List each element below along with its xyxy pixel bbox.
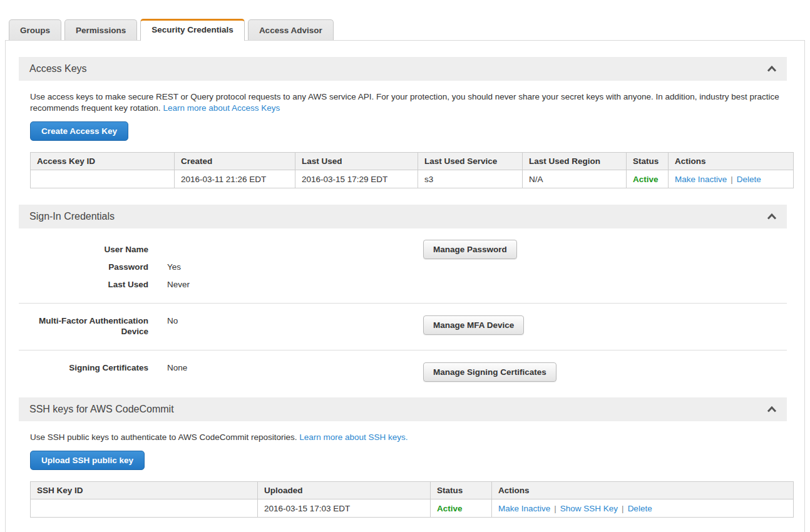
manage-password-button[interactable]: Manage Password (423, 240, 517, 259)
ssh-keys-table: SSH Key ID Uploaded Status Actions 2016-… (30, 481, 794, 518)
status-badge: Active (431, 499, 492, 518)
access-key-row: 2016-03-11 21:26 EDT 2016-03-15 17:29 ED… (31, 170, 794, 188)
divider (19, 350, 787, 350)
divider (19, 303, 787, 304)
make-inactive-link[interactable]: Make Inactive (675, 175, 727, 184)
learn-more-access-keys-link[interactable]: Learn more about Access Keys (163, 103, 280, 113)
make-inactive-link[interactable]: Make Inactive (498, 504, 550, 513)
signing-certificates-group: Signing Certificates None Manage Signing… (30, 362, 794, 385)
col-last-used-region: Last Used Region (523, 153, 627, 170)
collapse-ssh-keys-button[interactable] (766, 405, 778, 414)
col-created: Created (175, 153, 295, 170)
sign-in-credentials-section-header: Sign-In Credentials (19, 205, 787, 228)
sign-in-credentials-section: User Name Password Yes Last Used Never M… (30, 244, 794, 385)
collapse-sign-in-credentials-button[interactable] (766, 212, 778, 221)
create-access-key-button[interactable]: Create Access Key (30, 121, 128, 141)
access-keys-description-text: Use access keys to make secure REST or Q… (30, 92, 779, 113)
upload-ssh-public-key-button[interactable]: Upload SSH public key (30, 451, 145, 470)
actions-cell: Make Inactive|Delete (669, 170, 794, 188)
password-group: User Name Password Yes Last Used Never M… (30, 244, 794, 290)
access-keys-table: Access Key ID Created Last Used Last Use… (30, 152, 794, 188)
access-keys-section-header: Access Keys (19, 57, 787, 81)
chevron-up-icon (767, 212, 777, 222)
tab-permissions[interactable]: Permissions (64, 19, 137, 40)
tab-access-advisor[interactable]: Access Advisor (248, 19, 334, 40)
mfa-row: Multi-Factor Authentication Device No (30, 315, 794, 337)
access-keys-table-header-row: Access Key ID Created Last Used Last Use… (31, 153, 794, 170)
col-status: Status (627, 153, 669, 170)
ssh-key-id-cell (31, 499, 258, 518)
tab-bar: Groups Permissions Security Credentials … (0, 19, 810, 40)
ssh-keys-description: Use SSH public keys to authenticate to A… (30, 432, 794, 443)
last-used-service-cell: s3 (418, 170, 523, 188)
col-ssh-key-id: SSH Key ID (31, 482, 258, 499)
col-actions: Actions (492, 482, 794, 499)
user-name-row: User Name (30, 244, 794, 255)
manage-mfa-device-button[interactable]: Manage MFA Device (423, 315, 524, 335)
uploaded-cell: 2016-03-15 17:03 EDT (258, 499, 431, 518)
iam-user-security-credentials-page: Groups Permissions Security Credentials … (0, 0, 810, 532)
delete-ssh-key-link[interactable]: Delete (628, 504, 652, 513)
learn-more-ssh-keys-link[interactable]: Learn more about SSH keys. (299, 432, 408, 442)
last-used-label: Last Used (30, 279, 148, 290)
ssh-keys-description-text: Use SSH public keys to authenticate to A… (30, 432, 297, 442)
access-keys-title: Access Keys (29, 63, 87, 74)
signing-certificates-value: None (167, 362, 187, 373)
mfa-value: No (167, 315, 178, 337)
ssh-keys-section: Use SSH public keys to authenticate to A… (30, 432, 794, 518)
ssh-key-row: 2016-03-15 17:03 EDT Active Make Inactiv… (31, 499, 794, 518)
ssh-keys-section-header: SSH keys for AWS CodeCommit (19, 397, 787, 421)
show-ssh-key-link[interactable]: Show SSH Key (560, 504, 618, 513)
manage-signing-certificates-button[interactable]: Manage Signing Certificates (423, 362, 556, 382)
col-last-used: Last Used (295, 153, 418, 170)
col-uploaded: Uploaded (258, 482, 431, 499)
chevron-up-icon (767, 405, 777, 414)
security-credentials-panel: Access Keys Use access keys to make secu… (5, 40, 805, 532)
password-value: Yes (167, 262, 181, 272)
mfa-label: Multi-Factor Authentication Device (30, 315, 148, 337)
col-last-used-service: Last Used Service (418, 153, 523, 170)
created-cell: 2016-03-11 21:26 EDT (175, 170, 295, 188)
tab-security-credentials[interactable]: Security Credentials (140, 19, 245, 41)
last-used-cell: 2016-03-15 17:29 EDT (295, 170, 418, 188)
signing-certificates-label: Signing Certificates (30, 362, 148, 373)
last-used-region-cell: N/A (523, 170, 627, 188)
collapse-access-keys-button[interactable] (766, 64, 778, 73)
chevron-up-icon (767, 64, 777, 74)
col-status: Status (431, 482, 492, 499)
last-used-value: Never (167, 279, 190, 290)
user-name-label: User Name (30, 244, 148, 255)
ssh-keys-title: SSH keys for AWS CodeCommit (29, 404, 174, 415)
action-separator: | (554, 504, 556, 513)
access-keys-description: Use access keys to make secure REST or Q… (30, 91, 794, 114)
signing-certificates-row: Signing Certificates None (30, 362, 794, 373)
sign-in-credentials-title: Sign-In Credentials (29, 211, 115, 222)
password-label: Password (30, 262, 148, 272)
status-badge: Active (627, 170, 669, 188)
ssh-keys-table-header-row: SSH Key ID Uploaded Status Actions (31, 482, 794, 499)
col-actions: Actions (669, 153, 794, 170)
actions-cell: Make Inactive|Show SSH Key|Delete (492, 499, 794, 518)
mfa-group: Multi-Factor Authentication Device No Ma… (30, 315, 794, 337)
tab-groups[interactable]: Groups (9, 19, 61, 40)
access-keys-section: Use access keys to make secure REST or Q… (30, 91, 794, 188)
last-used-row: Last Used Never (30, 279, 794, 290)
action-separator: | (731, 175, 733, 184)
action-separator: | (622, 504, 624, 513)
access-key-id-cell (31, 170, 175, 188)
delete-access-key-link[interactable]: Delete (737, 175, 761, 184)
col-access-key-id: Access Key ID (31, 153, 175, 170)
password-row: Password Yes (30, 262, 794, 272)
